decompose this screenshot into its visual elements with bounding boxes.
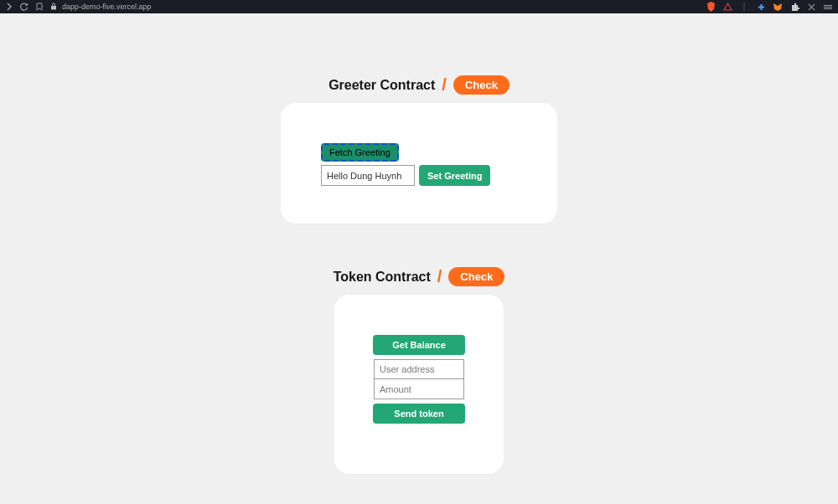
greeter-title: Greeter Contract bbox=[328, 78, 435, 93]
browser-top-bar: dapp-demo-five.vercel.app bbox=[0, 0, 838, 13]
greeting-input[interactable] bbox=[321, 165, 415, 186]
browser-extensions bbox=[706, 2, 833, 12]
extensions-puzzle-icon[interactable] bbox=[789, 2, 799, 12]
svg-rect-0 bbox=[51, 6, 56, 10]
get-balance-button[interactable]: Get Balance bbox=[373, 335, 465, 355]
amount-input[interactable] bbox=[374, 379, 464, 399]
greeter-input-row: Set Greeting bbox=[321, 165, 490, 186]
token-inputs-group bbox=[374, 359, 464, 399]
triangle-icon[interactable] bbox=[722, 2, 732, 12]
page-content: Greeter Contract / Check Fetch Greeting … bbox=[0, 13, 838, 504]
vertical-divider bbox=[739, 2, 749, 12]
metamask-icon[interactable] bbox=[773, 2, 783, 12]
send-token-button[interactable]: Send token bbox=[373, 404, 465, 424]
user-address-input[interactable] bbox=[374, 359, 464, 379]
greeter-check-button[interactable]: Check bbox=[453, 75, 510, 95]
greeter-inner: Fetch Greeting Set Greeting bbox=[321, 143, 490, 186]
lock-icon bbox=[50, 3, 57, 12]
greeter-section-header: Greeter Contract / Check bbox=[0, 75, 838, 95]
greeter-card: Fetch Greeting Set Greeting bbox=[281, 103, 557, 224]
hamburger-menu-icon[interactable] bbox=[823, 2, 833, 12]
nav-forward-icon[interactable] bbox=[5, 3, 13, 11]
bookmark-icon[interactable] bbox=[35, 3, 44, 11]
fetch-greeting-button[interactable]: Fetch Greeting bbox=[321, 143, 399, 162]
token-card: Get Balance Send token bbox=[334, 295, 504, 474]
url-bar[interactable]: dapp-demo-five.vercel.app bbox=[50, 3, 152, 12]
browser-nav-left: dapp-demo-five.vercel.app bbox=[5, 3, 152, 12]
brave-shield-icon[interactable] bbox=[706, 2, 716, 12]
token-section-header: Token Contract / Check bbox=[0, 267, 838, 286]
cross-icon[interactable] bbox=[806, 2, 816, 12]
token-check-button[interactable]: Check bbox=[448, 267, 504, 286]
slash-separator: / bbox=[442, 75, 447, 95]
set-greeting-button[interactable]: Set Greeting bbox=[419, 165, 490, 186]
slash-separator: / bbox=[437, 267, 442, 286]
token-title: Token Contract bbox=[334, 270, 431, 285]
url-text: dapp-demo-five.vercel.app bbox=[62, 3, 152, 11]
reload-icon[interactable] bbox=[20, 3, 28, 11]
svg-rect-1 bbox=[744, 3, 745, 11]
plus-icon[interactable] bbox=[756, 2, 766, 12]
